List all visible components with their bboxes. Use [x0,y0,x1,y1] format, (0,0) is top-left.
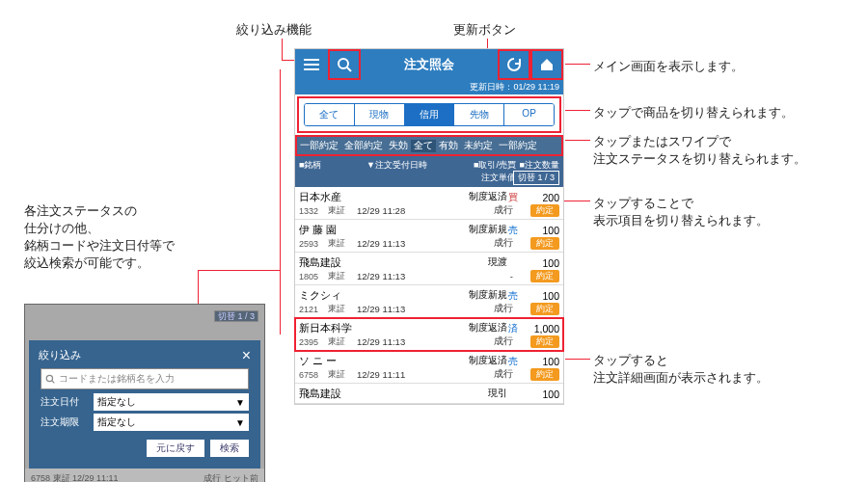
product-tabs: 全て現物信用先物OP [304,103,555,126]
stock-name: ソ ニ ー [299,354,366,368]
market: 東証 [328,237,357,250]
status-pill: 約定 [530,237,559,250]
product-tab-3[interactable]: 先物 [454,104,504,125]
order-row[interactable]: 飛島建設現引100 [295,384,563,404]
status-pill: 約定 [530,303,559,315]
order-date: 12/29 11:13 [357,271,460,281]
refresh-button[interactable] [498,49,530,80]
market: 東証 [328,368,357,381]
order-qty: 100 [519,290,559,302]
product-tab-0[interactable]: 全て [305,104,355,125]
stock-code: 1332 [299,206,328,216]
filter-search-input[interactable]: コードまたは銘柄名を入力 [41,368,249,389]
status-tab-1[interactable]: 全部約定 [341,140,386,152]
ann-switch-desc: タップすることで表示項目を切り替えられます。 [593,195,769,229]
order-row[interactable]: ソ ニ ー制度返済売1006758東証12/29 11:11成行約定 [295,351,563,384]
order-date: 12/29 11:11 [357,369,460,380]
status-pill: 約定 [530,335,559,348]
svg-line-1 [347,67,351,71]
order-row[interactable]: ミクシィ制度新規売1002121東証12/29 11:13成行約定 [295,285,563,318]
trade-side: 売 [507,289,519,303]
status-tab-2[interactable]: 失効 [386,140,411,152]
trade-type: 制度新規 [454,289,507,302]
status-tab-0[interactable]: 一部約定 [297,140,341,152]
svg-point-0 [339,59,348,68]
status-tab-6[interactable]: 一部約定 [496,140,540,152]
chevron-down-icon: ▼ [235,417,245,428]
trade-side: 売 [507,224,519,237]
stock-code: 6758 [299,370,328,380]
order-price: - [460,271,513,281]
product-tab-2[interactable]: 信用 [405,104,455,125]
trade-type: 制度返済 [454,191,507,203]
stock-name: 伊 藤 園 [299,223,366,237]
home-button[interactable] [530,49,563,80]
order-row[interactable]: 伊 藤 園制度新規売1002593東証12/29 11:13成行約定 [295,220,563,253]
ann-refresh-label: 更新ボタン [453,21,516,39]
svg-point-2 [46,375,52,381]
filter-search-placeholder: コードまたは銘柄名を入力 [59,372,175,386]
stock-name: ミクシィ [299,288,366,303]
search-icon [45,374,55,384]
col-trade: ■取引/売買注文単価 [458,159,516,184]
filter-date-label: 注文日付 [41,395,94,409]
order-date: 12/29 11:13 [357,238,460,249]
chevron-down-icon: ▼ [235,397,245,408]
ann-filter-label: 絞り込み機能 [236,21,312,39]
filter-limit-select[interactable]: 指定なし▼ [94,414,249,431]
dialog-bg-badge: 切替 1 / 3 [214,310,258,322]
product-tab-1[interactable]: 現物 [355,104,405,125]
stock-code: 2121 [299,305,328,314]
order-qty: 1,000 [519,323,559,335]
filter-date-select[interactable]: 指定なし▼ [94,393,249,411]
dialog-title: 絞り込み [39,348,81,362]
status-tab-4[interactable]: 有効 [436,140,461,152]
ann-row-desc: タップすると注文詳細画面が表示されます。 [593,352,769,387]
ann-home-desc: メイン画面を表示します。 [593,58,744,75]
stock-name: 新日本科学 [299,321,366,335]
order-price: 成行 [460,204,513,217]
product-tabs-box: 全て現物信用先物OP [297,96,561,133]
status-tab-5[interactable]: 未約定 [461,140,496,152]
filter-search-button[interactable]: 検索 [210,440,249,457]
order-date: 12/29 11:13 [357,336,460,347]
market: 東証 [328,303,357,315]
stock-code: 2395 [299,337,328,347]
order-date: 12/29 11:28 [357,205,460,216]
ann-filter-desc: 各注文ステータスの 仕分けの他、 銘柄コードや注文日付等で 絞込検索が可能です。 [24,202,175,272]
order-price: 成行 [460,303,513,315]
col-stock: ■銘柄 [299,159,366,184]
order-row[interactable]: 日本水産制度返済買2001332東証12/29 11:28成行約定 [295,187,563,220]
column-switch-button[interactable]: 切替 1 / 3 [513,171,559,185]
status-pill: 約定 [530,368,559,381]
order-qty: 100 [519,388,559,400]
market: 東証 [328,270,357,282]
dialog-background-row: 6758 東証 12/29 11:11成行 ヒット前 [25,469,264,482]
close-icon[interactable]: × [242,350,251,362]
filter-limit-label: 注文期限 [41,415,94,429]
stock-code: 1805 [299,272,328,281]
stock-code: 2593 [299,239,328,249]
order-qty: 200 [519,192,559,203]
status-tabs[interactable]: 一部約定全部約定失効全て有効未約定一部約定 [295,135,563,156]
trade-type: 現渡 [454,256,507,269]
menu-button[interactable] [295,49,328,80]
trade-type: 制度返済 [454,322,507,335]
trade-type: 制度新規 [454,224,507,236]
trade-side: 済 [507,322,519,335]
ann-status-desc: タップまたはスワイプで注文ステータスを切り替えられます。 [593,133,806,168]
status-tab-3[interactable]: 全て [411,140,436,152]
app-header: 注文照会 [295,49,563,80]
order-price: 成行 [460,335,513,348]
order-row[interactable]: 飛島建設現渡1001805東証12/29 11:13-約定 [295,253,563,285]
screen-title: 注文照会 [361,56,498,73]
search-button[interactable] [328,49,361,80]
filter-reset-button[interactable]: 元に戻す [147,440,204,457]
col-date[interactable]: ▼注文受付日時 [366,159,458,184]
order-date: 12/29 11:13 [357,304,460,314]
order-row[interactable]: 新日本科学制度返済済1,0002395東証12/29 11:13成行約定 [295,318,563,351]
trade-side: 売 [507,355,519,368]
product-tab-4[interactable]: OP [504,104,554,125]
filter-dialog-screenshot: 切替 1 / 3 絞り込み × コードまたは銘柄名を入力 注文日付 指定なし▼ … [24,304,265,482]
order-price: 成行 [460,237,513,250]
